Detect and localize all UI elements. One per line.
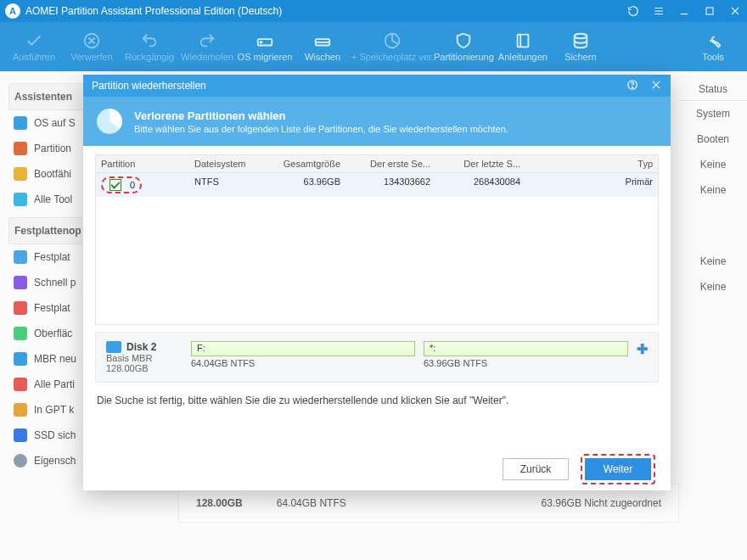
toolbar-undo[interactable]: Rückgängig — [121, 22, 178, 71]
svg-rect-6 — [517, 35, 528, 48]
row-index: 0 — [130, 180, 135, 190]
status-cell — [679, 203, 747, 249]
redo-icon — [198, 31, 216, 50]
dialog-title-bar: Partition wiederherstellen — [83, 75, 671, 97]
toolbar-label: Rückgängig — [125, 52, 174, 62]
boot-icon — [14, 167, 27, 181]
toolbar-wipe[interactable]: Wischen — [294, 22, 351, 71]
row-checkbox[interactable] — [110, 179, 121, 191]
ghost-disk-size: 128.00GB — [196, 497, 243, 509]
svg-point-3 — [261, 42, 262, 43]
status-cell: Keine — [679, 249, 747, 274]
toolbar-backup[interactable]: Sichern — [552, 22, 609, 71]
toolbar-execute[interactable]: Ausführen — [5, 22, 63, 71]
toolbar-label: Partitionierung — [434, 52, 494, 62]
th-filesystem[interactable]: Dateisystem — [189, 155, 267, 172]
ssd-icon — [14, 428, 27, 442]
partition-icon — [14, 142, 27, 155]
partition-block-1[interactable]: F: 64.04GB NTFS — [191, 341, 415, 373]
toolbar-label: Tools — [702, 52, 724, 62]
table-empty-space — [96, 197, 658, 324]
erase-icon — [313, 31, 332, 50]
add-partition-icon[interactable]: ✚ — [637, 341, 648, 373]
convert-icon — [14, 403, 27, 417]
sidebar-item-label: Festplat — [34, 251, 70, 263]
toolbar-label: Verwerfen — [70, 52, 113, 62]
banner-subtitle: Bitte wählen Sie aus der folgenden Liste… — [134, 124, 508, 134]
pie-chart-icon — [97, 109, 122, 134]
status-cell: Keine — [679, 274, 747, 300]
close-icon[interactable] — [728, 4, 742, 18]
disk-icon — [14, 301, 27, 315]
toolbar-label: Wiederholen — [181, 52, 233, 62]
sidebar-item-label: OS auf S — [34, 117, 76, 129]
cancel-icon — [82, 31, 101, 50]
wrench-icon — [704, 31, 722, 50]
ghost-part-2: 63.96GB Nicht zugeordnet — [542, 497, 661, 509]
disk-summary: Disk 2 Basis MBR 128.00GB F: 64.04GB NTF… — [95, 332, 659, 383]
sidebar-item-label: SSD sich — [34, 429, 76, 441]
book-icon — [514, 31, 532, 50]
status-cell: System — [679, 101, 747, 126]
partition-table: Partition Dateisystem Gesamtgröße Der er… — [95, 154, 659, 325]
th-first-sector[interactable]: Der erste Se... — [345, 155, 435, 172]
next-button[interactable]: Weiter — [585, 458, 651, 480]
row-first-sector: 134303662 — [345, 173, 435, 197]
disk-icon — [14, 250, 27, 264]
menu-icon[interactable] — [652, 4, 666, 18]
refresh-icon[interactable] — [626, 4, 640, 18]
disk-name-row: Disk 2 — [106, 341, 183, 353]
sidebar-item-label: Schnell p — [34, 277, 76, 288]
toolbar-redo[interactable]: Wiederholen — [178, 22, 236, 71]
bolt-icon — [14, 276, 27, 289]
table-row[interactable]: 0 NTFS 63.96GB 134303662 268430084 Primä… — [96, 173, 658, 197]
disk-icon — [106, 341, 121, 353]
sidebar-item-label: Bootfähi — [34, 168, 71, 180]
toolbar-partitioning[interactable]: Partitionierung — [434, 22, 494, 71]
th-total-size[interactable]: Gesamtgröße — [267, 155, 345, 172]
dialog-close-icon[interactable] — [650, 79, 662, 93]
th-partition[interactable]: Partition — [96, 155, 189, 172]
status-column: Status System Booten Keine Keine Keine K… — [679, 71, 747, 560]
part1-desc: 64.04GB NTFS — [191, 358, 415, 368]
help-icon[interactable] — [626, 79, 638, 93]
shield-icon — [454, 31, 473, 50]
sidebar-item-label: Eigensch — [34, 455, 76, 467]
svg-point-9 — [632, 87, 633, 87]
check-icon — [25, 31, 43, 50]
highlight-ring: 0 — [101, 176, 142, 193]
undo-icon — [140, 31, 159, 50]
dialog-banner: Verlorene Partitionen wählen Bitte wähle… — [83, 97, 671, 146]
minimize-icon[interactable] — [677, 4, 691, 18]
table-header: Partition Dateisystem Gesamtgröße Der er… — [96, 155, 658, 173]
svg-point-7 — [575, 34, 587, 39]
part2-desc: 63.96GB NTFS — [424, 358, 628, 368]
main-toolbar: Ausführen Verwerfen Rückgängig Wiederhol… — [0, 22, 747, 71]
maximize-icon[interactable] — [703, 4, 716, 18]
dialog-title: Partition wiederherstellen — [92, 80, 206, 92]
toolbar-tools[interactable]: Tools — [684, 22, 742, 71]
row-fs: NTFS — [189, 173, 267, 197]
title-bar: A AOMEI Partition Assistant Professional… — [0, 0, 747, 22]
toolbar-guides[interactable]: Anleitungen — [494, 22, 552, 71]
partition-block-2[interactable]: *: 63.96GB NTFS ✚ — [424, 341, 648, 373]
app-logo: A — [5, 3, 20, 19]
surface-icon — [14, 327, 27, 340]
sidebar-item-label: Partition — [34, 143, 71, 154]
th-type[interactable]: Typ — [525, 155, 658, 172]
banner-title: Verlorene Partitionen wählen — [134, 109, 508, 122]
toolbar-migrate-os[interactable]: OS migrieren — [236, 22, 294, 71]
sidebar-item-label: Festplat — [34, 302, 70, 314]
sidebar-item-label: Alle Tool — [34, 193, 72, 205]
th-last-sector[interactable]: Der letzte S... — [435, 155, 525, 172]
toolbar-discard[interactable]: Verwerfen — [63, 22, 121, 71]
ghost-part-1: 64.04GB NTFS — [277, 497, 346, 509]
back-button[interactable]: Zurück — [503, 458, 569, 480]
row-last-sector: 268430084 — [435, 173, 525, 197]
toolbar-extend-space[interactable]: + Speicherplatz ver. — [351, 22, 434, 71]
part2-drive: *: — [430, 343, 435, 353]
toolbar-label: Ausführen — [13, 52, 55, 62]
dialog-message: Die Suche ist fertig, bitte wählen Sie d… — [97, 395, 657, 406]
toolbar-label: OS migrieren — [238, 52, 293, 62]
disk-scheme: Basis MBR — [106, 353, 183, 363]
